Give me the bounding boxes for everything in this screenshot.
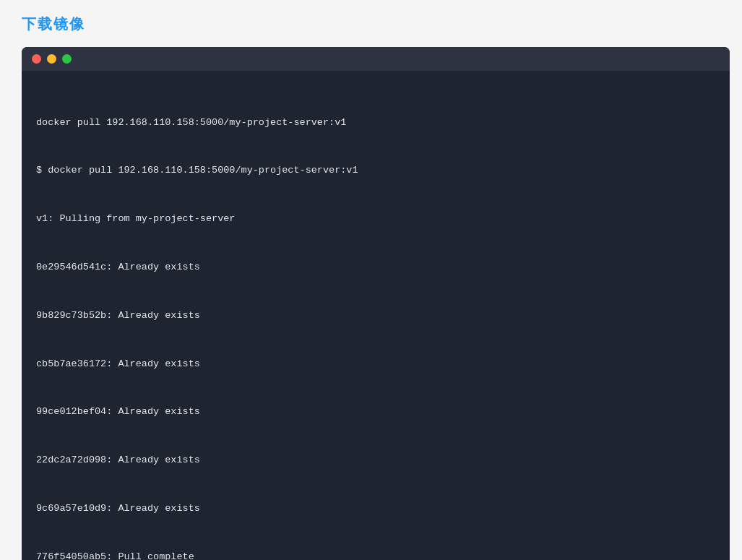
terminal-line-2: $ docker pull 192.168.110.158:5000/my-pr… [36,163,715,178]
terminal-line-1: docker pull 192.168.110.158:5000/my-proj… [36,115,715,131]
page-title: 下载镜像 [22,14,720,34]
maximize-button-dot[interactable] [62,54,72,64]
terminal-line-10: 776f54050ab5: Pull complete [36,549,715,560]
terminal-line-3: v1: Pulling from my-project-server [36,211,715,227]
terminal-line-9: 9c69a57e10d9: Already exists [36,501,715,517]
close-button-dot[interactable] [32,54,41,64]
terminal-window: docker pull 192.168.110.158:5000/my-proj… [22,47,730,560]
terminal-line-7: 99ce012bef04: Already exists [36,404,715,420]
terminal-titlebar [22,47,730,71]
terminal-content: docker pull 192.168.110.158:5000/my-proj… [22,71,730,560]
terminal-line-8: 22dc2a72d098: Already exists [36,452,715,468]
terminal-line-4: 0e29546d541c: Already exists [36,259,715,275]
terminal-line-5: 9b829c73b52b: Already exists [36,308,715,324]
terminal-line-6: cb5b7ae36172: Already exists [36,356,715,372]
minimize-button-dot[interactable] [47,54,56,64]
